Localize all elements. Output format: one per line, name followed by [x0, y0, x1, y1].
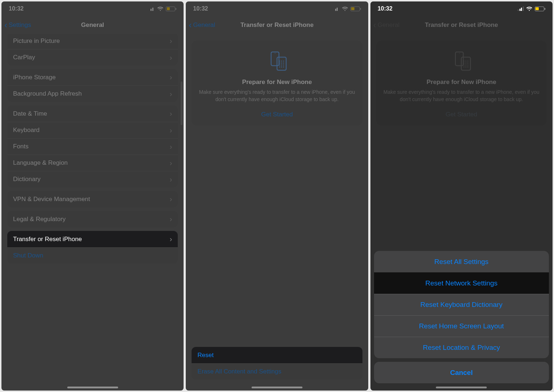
chevron-back-icon: ‹ [189, 21, 192, 29]
wifi-icon [342, 7, 348, 11]
row-label: Picture in Picture [13, 37, 60, 45]
scroll-indicator [181, 81, 182, 125]
svg-point-9 [279, 64, 280, 65]
svg-point-26 [467, 64, 469, 65]
transfer-devices-icon [264, 50, 290, 72]
svg-point-23 [467, 63, 469, 64]
content: Picture in Picture› CarPlay› iPhone Stor… [1, 34, 184, 391]
row-label: Date & Time [13, 110, 47, 117]
home-indicator[interactable] [67, 387, 118, 388]
wifi-icon [157, 7, 164, 11]
row-label: iPhone Storage [13, 74, 56, 81]
chevron-right-icon: › [170, 175, 172, 184]
chevron-back-icon: ‹ [4, 21, 7, 29]
chevron-right-icon: › [170, 53, 172, 62]
svg-point-16 [459, 53, 460, 54]
option-reset-home-screen-layout[interactable]: Reset Home Screen Layout [374, 315, 549, 337]
transfer-devices-icon [448, 50, 474, 72]
svg-point-1 [275, 53, 276, 54]
svg-point-8 [283, 63, 284, 64]
nav-bar: ‹ Settings General [1, 16, 184, 34]
row-label: CarPlay [13, 54, 35, 61]
battery-icon [535, 7, 545, 11]
screen-reset-sheet: 10:32 ‹ General Transfer or Reset iPhone [370, 1, 553, 391]
svg-point-19 [466, 61, 467, 62]
chevron-back-icon: ‹ [373, 21, 376, 29]
row-background-app-refresh[interactable]: Background App Refresh› [7, 85, 178, 102]
svg-rect-2 [277, 57, 286, 70]
chevron-right-icon: › [170, 109, 172, 118]
svg-rect-15 [455, 52, 463, 66]
card-desc: Make sure everything's ready to transfer… [383, 89, 540, 103]
back-button: ‹ General [373, 21, 400, 29]
svg-point-20 [467, 61, 469, 62]
row-erase-all[interactable]: Erase All Content and Settings [192, 363, 362, 380]
option-reset-keyboard-dictionary[interactable]: Reset Keyboard Dictionary [374, 294, 549, 315]
cancel-button[interactable]: Cancel [374, 362, 549, 383]
svg-point-10 [281, 64, 282, 65]
nav-bar: ‹ General Transfer or Reset iPhone [370, 16, 553, 34]
svg-point-3 [279, 61, 280, 62]
group-legal: Legal & Regulatory› [7, 211, 178, 227]
svg-point-21 [463, 63, 465, 64]
svg-rect-0 [271, 52, 279, 66]
home-indicator[interactable] [252, 387, 302, 388]
battery-icon [166, 7, 176, 11]
svg-point-25 [466, 64, 467, 65]
content: Prepare for New iPhone Make sure everyth… [370, 34, 553, 391]
card-title: Prepare for New iPhone [383, 79, 540, 86]
chevron-right-icon: › [170, 37, 172, 45]
row-dictionary[interactable]: Dictionary› [7, 171, 178, 187]
option-reset-location-privacy[interactable]: Reset Location & Privacy [374, 337, 549, 358]
back-button[interactable]: ‹ General [189, 21, 215, 29]
row-label: Transfer or Reset iPhone [13, 236, 82, 243]
svg-point-5 [283, 61, 284, 62]
svg-point-22 [466, 63, 467, 64]
row-shut-down[interactable]: Shut Down [7, 247, 178, 264]
svg-point-28 [466, 67, 467, 68]
row-label: Dictionary [13, 176, 41, 183]
screen-general: 10:32 ‹ Settings General Picture in Pict… [1, 1, 184, 391]
group-storage: iPhone Storage› Background App Refresh› [7, 69, 178, 102]
svg-rect-17 [461, 57, 470, 70]
svg-point-18 [463, 61, 465, 62]
chevron-right-icon: › [170, 90, 172, 98]
back-button[interactable]: ‹ Settings [4, 21, 31, 29]
get-started-link[interactable]: Get Started [198, 111, 356, 118]
svg-point-7 [281, 63, 282, 64]
row-fonts[interactable]: Fonts› [7, 138, 178, 155]
card-title: Prepare for New iPhone [198, 79, 356, 86]
chevron-right-icon: › [170, 195, 172, 203]
option-reset-network-settings[interactable]: Reset Network Settings [374, 272, 549, 294]
svg-point-4 [281, 61, 282, 62]
row-carplay[interactable]: CarPlay› [7, 49, 178, 65]
row-label: Background App Refresh [13, 90, 82, 97]
group-vpn: VPN & Device Management› [7, 191, 178, 207]
back-label: Settings [9, 21, 31, 29]
svg-point-6 [279, 63, 280, 64]
cellular-icon [149, 7, 155, 11]
row-picture-in-picture[interactable]: Picture in Picture› [7, 34, 178, 49]
svg-point-12 [279, 67, 280, 68]
row-legal-regulatory[interactable]: Legal & Regulatory› [7, 211, 178, 227]
svg-point-27 [463, 67, 465, 68]
battery-icon [350, 7, 361, 11]
group-reset: Transfer or Reset iPhone› Shut Down [7, 231, 178, 264]
row-reset[interactable]: Reset [192, 347, 362, 363]
option-reset-all-settings[interactable]: Reset All Settings [374, 251, 549, 272]
row-keyboard[interactable]: Keyboard› [7, 122, 178, 138]
prepare-card: Prepare for New iPhone Make sure everyth… [192, 41, 362, 125]
prepare-card: Prepare for New iPhone Make sure everyth… [376, 41, 547, 125]
screen-transfer-reset: 10:32 ‹ General Transfer or Reset iPhone [186, 1, 368, 391]
row-iphone-storage[interactable]: iPhone Storage› [7, 69, 178, 85]
svg-point-29 [467, 67, 469, 68]
row-transfer-or-reset[interactable]: Transfer or Reset iPhone› [7, 231, 178, 247]
svg-point-13 [281, 67, 282, 68]
nav-title: Transfer or Reset iPhone [240, 21, 313, 29]
row-date-time[interactable]: Date & Time› [7, 105, 178, 122]
card-desc: Make sure everything's ready to transfer… [198, 89, 356, 103]
row-vpn-device-management[interactable]: VPN & Device Management› [7, 191, 178, 207]
row-label: Keyboard [13, 127, 40, 134]
row-language-region[interactable]: Language & Region› [7, 155, 178, 171]
cellular-icon [333, 7, 340, 11]
